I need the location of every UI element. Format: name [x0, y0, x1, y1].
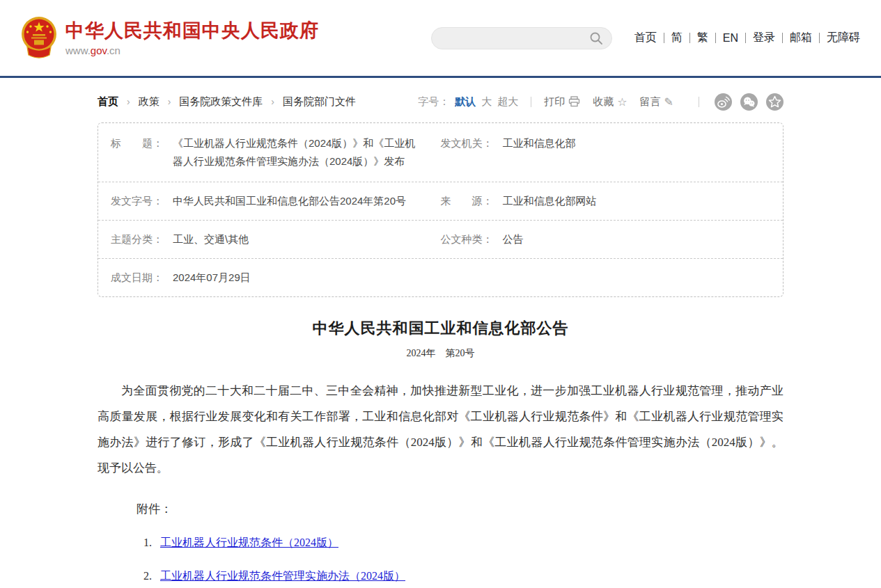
qzone-star-icon — [766, 93, 783, 111]
search-input[interactable] — [443, 33, 588, 44]
meta-title-label: 标 题： — [111, 134, 163, 152]
toolbar-separator — [699, 97, 699, 107]
attachment-item: 2. 工业机器人行业规范条件管理实施办法（2024版） — [143, 567, 783, 585]
breadcrumb-separator — [271, 96, 274, 107]
print-label: 打印 — [544, 95, 565, 109]
attachment-number: 1. — [143, 537, 152, 548]
favorite-button[interactable]: 收藏 ☆ — [593, 95, 627, 109]
document-meta-table: 标 题： 《工业机器人行业规范条件（2024版）》和《工业机器人行业规范条件管理… — [98, 122, 783, 297]
meta-row-date: 成文日期： 2024年07月29日 — [98, 259, 783, 296]
pencil-icon: ✎ — [664, 95, 673, 109]
breadcrumb-policy-library[interactable]: 国务院政策文件库 — [179, 95, 263, 109]
meta-doc-type-value: 公告 — [503, 230, 524, 248]
toolbar: 首页 政策 国务院政策文件库 国务院部门文件 字号： 默认 大 超大 打印 — [98, 92, 783, 111]
breadcrumb-policy[interactable]: 政策 — [139, 95, 159, 109]
font-size-large[interactable]: 大 — [481, 95, 492, 109]
font-size-xlarge[interactable]: 超大 — [497, 95, 518, 109]
meta-issuing-org-value: 工业和信息化部 — [503, 134, 576, 152]
meta-title-value: 《工业机器人行业规范条件（2024版）》和《工业机器人行业规范条件管理实施办法（… — [173, 134, 416, 170]
attachment-link-2[interactable]: 工业机器人行业规范条件管理实施办法（2024版） — [160, 570, 405, 582]
site-url: www.gov.cn — [65, 45, 319, 56]
breadcrumb-separator — [168, 96, 171, 107]
search-icon — [589, 31, 603, 45]
meta-category-label: 主题分类： — [111, 230, 163, 248]
breadcrumb: 首页 政策 国务院政策文件库 国务院部门文件 — [98, 95, 356, 109]
meta-source-label: 来 源： — [441, 192, 493, 210]
site-header: 中华人民共和国中央人民政府 www.gov.cn 首页 简 繁 EN 登录 邮箱… — [0, 0, 881, 78]
nav-traditional[interactable]: 繁 — [690, 31, 715, 45]
page-tools: 字号： 默认 大 超大 打印 收藏 ☆ 留言 ✎ — [418, 93, 783, 111]
comment-label: 留言 — [640, 95, 661, 109]
printer-icon — [568, 96, 580, 107]
meta-issuing-org-label: 发文机关： — [441, 134, 493, 152]
breadcrumb-department-documents[interactable]: 国务院部门文件 — [283, 95, 356, 109]
nav-login[interactable]: 登录 — [746, 31, 782, 45]
site-url-suffix: .cn — [107, 45, 120, 56]
announcement-article: 中华人民共和国工业和信息化部公告 2024年 第20号 为全面贯彻党的二十大和二… — [98, 318, 783, 588]
article-subtitle: 2024年 第20号 — [98, 347, 783, 360]
share-qzone-button[interactable] — [766, 93, 783, 111]
meta-date-value: 2024年07月29日 — [173, 269, 251, 287]
attachment-link-1[interactable]: 工业机器人行业规范条件（2024版） — [160, 537, 338, 548]
share-weibo-button[interactable] — [715, 93, 732, 111]
top-nav: 首页 简 繁 EN 登录 邮箱 无障碍 — [627, 31, 867, 45]
meta-doc-number-label: 发文字号： — [111, 192, 163, 210]
meta-doc-type-label: 公文种类： — [441, 230, 493, 248]
site-logo[interactable]: 中华人民共和国中央人民政府 www.gov.cn — [21, 16, 319, 61]
site-url-prefix: www. — [65, 45, 91, 56]
font-size-label: 字号： — [418, 95, 449, 109]
attachment-item: 1. 工业机器人行业规范条件（2024版） — [143, 534, 783, 552]
site-url-gov: gov — [91, 45, 107, 56]
nav-accessibility[interactable]: 无障碍 — [820, 31, 867, 45]
search-box — [431, 27, 612, 49]
nav-english[interactable]: EN — [716, 32, 745, 45]
meta-category-value: 工业、交通\其他 — [173, 230, 249, 248]
meta-doc-number-value: 中华人民共和国工业和信息化部公告2024年第20号 — [173, 192, 406, 210]
attachments-label: 附件： — [137, 499, 783, 520]
breadcrumb-separator — [127, 96, 130, 107]
meta-row-category: 主题分类： 工业、交通\其他 公文种类： 公告 — [98, 221, 783, 259]
site-title: 中华人民共和国中央人民政府 — [65, 19, 319, 42]
nav-home[interactable]: 首页 — [627, 31, 664, 45]
weibo-icon — [715, 93, 732, 111]
font-size-default[interactable]: 默认 — [455, 95, 476, 109]
meta-source-value: 工业和信息化部网站 — [503, 192, 597, 210]
search-button[interactable] — [588, 30, 605, 47]
nav-mailbox[interactable]: 邮箱 — [783, 31, 819, 45]
article-paragraph: 为全面贯彻党的二十大和二十届二中、三中全会精神，加快推进新型工业化，进一步加强工… — [98, 378, 783, 481]
print-button[interactable]: 打印 — [544, 95, 580, 109]
article-title: 中华人民共和国工业和信息化部公告 — [98, 318, 783, 339]
national-emblem-icon — [21, 16, 57, 61]
wechat-icon — [740, 93, 758, 111]
meta-row-number: 发文字号： 中华人民共和国工业和信息化部公告2024年第20号 来 源： 工业和… — [98, 182, 783, 221]
breadcrumb-home[interactable]: 首页 — [98, 95, 118, 109]
meta-row-title: 标 题： 《工业机器人行业规范条件（2024版）》和《工业机器人行业规范条件管理… — [98, 123, 783, 182]
attachment-list: 1. 工业机器人行业规范条件（2024版） 2. 工业机器人行业规范条件管理实施… — [98, 534, 783, 585]
share-icons — [715, 93, 783, 111]
toolbar-separator — [531, 97, 531, 107]
nav-simplified[interactable]: 简 — [664, 31, 689, 45]
share-wechat-button[interactable] — [740, 93, 758, 111]
comment-button[interactable]: 留言 ✎ — [640, 95, 673, 109]
attachment-number: 2. — [143, 570, 152, 582]
favorite-label: 收藏 — [593, 95, 614, 109]
meta-date-label: 成文日期： — [111, 269, 163, 287]
article-body: 为全面贯彻党的二十大和二十届二中、三中全会精神，加快推进新型工业化，进一步加强工… — [98, 378, 783, 481]
star-icon: ☆ — [617, 95, 627, 109]
